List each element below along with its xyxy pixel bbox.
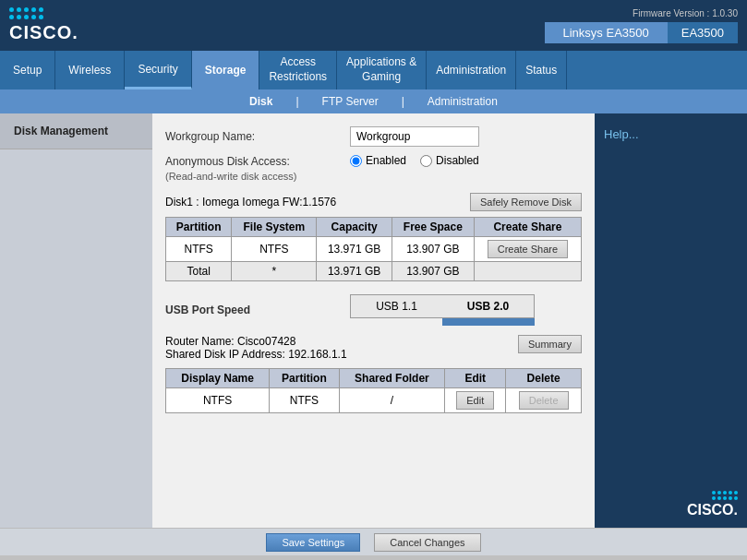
usb-11-option[interactable]: USB 1.1 bbox=[351, 295, 442, 317]
table-row: NTFS NTFS 13.971 GB 13.907 GB Create Sha… bbox=[166, 237, 582, 262]
table-row-total: Total * 13.971 GB 13.907 GB bbox=[166, 262, 582, 281]
disk-label: Disk1 : Iomega Iomega FW:1.1576 bbox=[165, 196, 336, 209]
cisco-logo: CISCO. bbox=[9, 22, 78, 43]
enabled-radio[interactable]: Enabled bbox=[350, 154, 406, 167]
shared-table-row: NTFS NTFS / Edit Delete bbox=[166, 388, 582, 413]
sub-tab-admin[interactable]: Administration bbox=[404, 89, 521, 113]
anon-access-label: Anonymous Disk Access: (Read-and-write d… bbox=[165, 154, 350, 184]
disk-table: Partition File System Capacity Free Spac… bbox=[165, 217, 582, 281]
edit-btn[interactable]: Edit bbox=[456, 391, 494, 410]
disk-col-partition: Partition bbox=[166, 218, 232, 237]
workgroup-label: Workgroup Name: bbox=[165, 130, 350, 143]
tab-security[interactable]: Security bbox=[125, 51, 191, 89]
tab-access-restrictions[interactable]: AccessRestrictions bbox=[259, 51, 337, 89]
shared-col-folder: Shared Folder bbox=[339, 369, 445, 388]
cancel-changes-btn[interactable]: Cancel Changes bbox=[374, 533, 480, 552]
sub-tab-disk[interactable]: Disk bbox=[226, 89, 295, 113]
tab-storage[interactable]: Storage bbox=[192, 51, 260, 89]
shared-folder-section: Router Name: Cisco07428 Shared Disk IP A… bbox=[165, 335, 582, 413]
save-settings-btn[interactable]: Save Settings bbox=[266, 533, 360, 552]
firmware-version: Firmware Version : 1.0.30 bbox=[633, 8, 738, 18]
shared-col-edit: Edit bbox=[445, 369, 506, 388]
device-name: Linksys EA3500 bbox=[545, 22, 668, 43]
usb-label: USB Port Speed bbox=[165, 304, 350, 316]
usb-20-option[interactable]: USB 2.0 bbox=[442, 295, 534, 317]
help-title: Help... bbox=[604, 127, 738, 141]
delete-btn[interactable]: Delete bbox=[519, 391, 569, 410]
disabled-radio[interactable]: Disabled bbox=[420, 154, 479, 167]
disk-col-create-share: Create Share bbox=[474, 218, 581, 237]
workgroup-input[interactable] bbox=[350, 126, 479, 147]
tab-wireless[interactable]: Wireless bbox=[55, 51, 125, 89]
anon-access-radio-group: Enabled Disabled bbox=[350, 154, 479, 167]
model-name: EA3500 bbox=[668, 22, 738, 43]
tab-administration[interactable]: Administration bbox=[427, 51, 516, 89]
usb-port-speed-section: USB Port Speed USB 1.1 USB 2.0 bbox=[165, 294, 582, 326]
shared-folder-table: Display Name Partition Shared Folder Edi… bbox=[165, 368, 582, 413]
shared-col-delete: Delete bbox=[506, 369, 582, 388]
shared-col-display: Display Name bbox=[166, 369, 270, 388]
disk-col-capacity: Capacity bbox=[317, 218, 392, 237]
tab-setup[interactable]: Setup bbox=[0, 51, 55, 89]
tab-applications-gaming[interactable]: Applications &Gaming bbox=[337, 51, 427, 89]
disk-col-freespace: Free Space bbox=[392, 218, 474, 237]
tab-status[interactable]: Status bbox=[516, 51, 567, 89]
summary-btn[interactable]: Summary bbox=[518, 335, 582, 353]
safely-remove-btn[interactable]: Safely Remove Disk bbox=[470, 193, 582, 211]
usb-toggle: USB 1.1 USB 2.0 bbox=[350, 294, 535, 318]
disk-col-filesystem: File System bbox=[232, 218, 317, 237]
router-info: Router Name: Cisco07428 Shared Disk IP A… bbox=[165, 335, 347, 361]
sidebar-item-disk-management: Disk Management bbox=[0, 113, 152, 149]
cisco-bottom-logo: CISCO. bbox=[687, 502, 738, 518]
usb-indicator bbox=[442, 318, 535, 326]
sub-tab-ftp[interactable]: FTP Server bbox=[299, 89, 402, 113]
create-share-btn[interactable]: Create Share bbox=[488, 240, 568, 258]
shared-col-partition: Partition bbox=[270, 369, 339, 388]
